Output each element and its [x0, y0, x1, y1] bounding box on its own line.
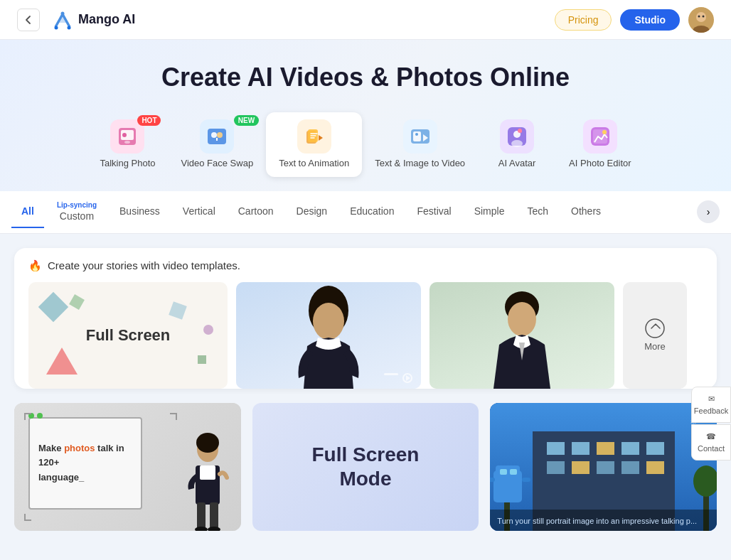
full-screen-mode-text: Full ScreenMode: [312, 443, 420, 490]
cat-tab-others[interactable]: Others: [561, 195, 611, 228]
pin2: [37, 413, 43, 419]
new-badge: NEW: [234, 115, 259, 126]
ai-photo-editor-icon: [583, 119, 617, 154]
text-to-animation-icon: [297, 119, 331, 154]
tool-item-ai-photo-editor[interactable]: AI Photo Editor: [556, 112, 644, 177]
svg-point-30: [313, 303, 344, 340]
logo-text: Mango AI: [78, 12, 135, 27]
play-btn-small: [402, 373, 412, 383]
figure-svg: [183, 431, 233, 531]
svg-point-4: [696, 12, 706, 22]
whiteboard: Make photos talk in 120+language_: [28, 417, 142, 510]
category-bar: All Lip-syncing Custom Business Vertical…: [0, 191, 731, 234]
feedback-button[interactable]: ✉ Feedback: [691, 387, 731, 423]
highlight-photos: photos: [64, 443, 95, 453]
triangle-shape: [46, 348, 78, 375]
svg-rect-37: [200, 465, 215, 480]
template-card-more[interactable]: More: [623, 282, 687, 389]
svg-point-0: [55, 26, 58, 29]
svg-point-33: [646, 319, 664, 338]
cat-tab-festival[interactable]: Festival: [407, 195, 461, 228]
svg-rect-59: [496, 465, 520, 484]
talking-photo-label: Talking Photo: [100, 158, 155, 170]
svg-rect-49: [547, 461, 565, 474]
bottom-card-full-screen[interactable]: Full ScreenMode: [252, 403, 479, 531]
hot-badge: HOT: [137, 115, 161, 126]
avatar[interactable]: [688, 7, 714, 33]
shape-diamond: [38, 292, 68, 322]
stories-header-text: Create your stories with video templates…: [48, 259, 240, 271]
svg-point-14: [217, 132, 223, 138]
svg-rect-47: [621, 442, 639, 455]
header: Mango AI Pricing Studio: [0, 0, 731, 40]
studio-button[interactable]: Studio: [620, 9, 680, 31]
template-card-full-screen[interactable]: Full Screen: [28, 282, 228, 389]
svg-point-40: [195, 527, 208, 531]
cat-tab-education[interactable]: Education: [340, 195, 404, 228]
cat-tab-cartoon[interactable]: Cartoon: [228, 195, 284, 228]
svg-rect-51: [597, 461, 614, 474]
ai-photo-editor-label: AI Photo Editor: [569, 158, 631, 170]
logo: Mango AI: [51, 9, 555, 31]
building-bg: ❄ ❄ Turn your still portrait image into …: [490, 403, 717, 531]
svg-point-32: [508, 302, 536, 336]
svg-rect-62: [490, 478, 495, 482]
svg-point-24: [511, 140, 523, 147]
main-content: 🔥 Create your stories with video templat…: [0, 234, 731, 545]
more-label: More: [644, 341, 666, 352]
category-scroll-button[interactable]: ›: [697, 200, 720, 223]
back-button[interactable]: [17, 9, 40, 31]
pricing-button[interactable]: Pricing: [555, 9, 612, 31]
cat-tab-design[interactable]: Design: [287, 195, 338, 228]
shape-sq: [69, 294, 85, 310]
contact-button[interactable]: ☎ Contact: [691, 424, 731, 461]
tool-item-ai-avatar[interactable]: AI Avatar: [478, 112, 556, 177]
cat-tab-custom[interactable]: Lip-syncing Custom: [47, 191, 107, 233]
text-image-to-video-label: Text & Image to Video: [375, 158, 465, 170]
woman-bg: [236, 282, 421, 389]
stories-header: 🔥 Create your stories with video templat…: [28, 259, 703, 272]
svg-marker-17: [319, 135, 323, 141]
card-controls: [384, 373, 412, 383]
bottom-card-building[interactable]: ❄ ❄ Turn your still portrait image into …: [490, 403, 717, 531]
corner-bl: [24, 514, 31, 521]
tool-item-video-face-swap[interactable]: NEW Video Face Swap: [168, 112, 266, 177]
cat-tab-vertical[interactable]: Vertical: [173, 195, 225, 228]
tool-item-text-image-to-video[interactable]: Text & Image to Video: [362, 112, 478, 177]
full-screen-text: Full Screen: [86, 326, 171, 345]
header-actions: Pricing Studio: [555, 7, 714, 33]
cat-tab-all[interactable]: All: [11, 195, 44, 228]
ai-avatar-label: AI Avatar: [498, 158, 536, 170]
template-card-man[interactable]: [429, 282, 614, 389]
svg-point-6: [698, 15, 700, 17]
contact-label: Contact: [698, 444, 725, 453]
svg-rect-46: [597, 442, 614, 455]
svg-rect-38: [197, 502, 206, 529]
cat-tab-tech[interactable]: Tech: [517, 195, 558, 228]
svg-rect-12: [208, 129, 226, 144]
svg-point-21: [415, 133, 418, 136]
lip-sync-label: Lip-syncing: [57, 201, 97, 209]
template-card-woman[interactable]: [236, 282, 421, 389]
svg-rect-63: [522, 478, 530, 482]
shape-rect: [169, 301, 187, 320]
square-shape: [198, 355, 206, 364]
more-circle-icon: [645, 318, 665, 338]
svg-rect-53: [646, 461, 664, 474]
bottom-card-talking-photo[interactable]: Make photos talk in 120+language_: [14, 403, 241, 531]
cat-tab-business[interactable]: Business: [110, 195, 170, 228]
man-figure-svg: [429, 282, 614, 389]
bc2-inner: Full ScreenMode: [252, 403, 479, 531]
bc1-inner: Make photos talk in 120+language_: [14, 403, 241, 531]
bottom-cards: Make photos talk in 120+language_: [14, 403, 717, 531]
svg-rect-60: [500, 469, 507, 475]
svg-point-41: [208, 527, 220, 531]
cat-tab-simple[interactable]: Simple: [464, 195, 515, 228]
svg-point-28: [602, 130, 607, 134]
tool-item-text-to-animation[interactable]: Text to Animation: [266, 112, 362, 177]
svg-rect-44: [547, 442, 565, 455]
tool-item-talking-photo[interactable]: HOT Talking Photo: [87, 112, 168, 177]
text-image-to-video-icon: [403, 119, 437, 154]
svg-point-7: [703, 15, 705, 17]
svg-rect-61: [510, 469, 517, 475]
